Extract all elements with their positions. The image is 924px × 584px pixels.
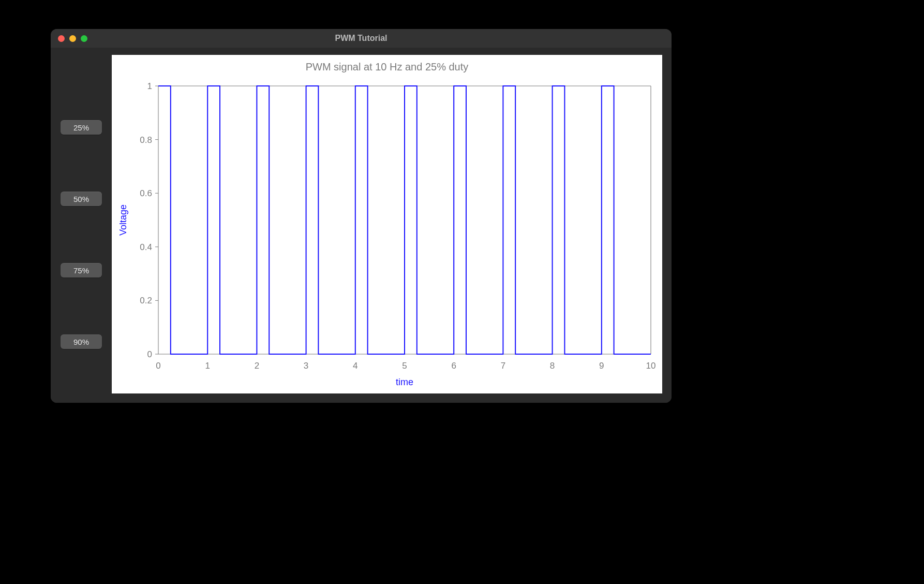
window-title: PWM Tutorial [51,34,672,43]
svg-text:Voltage: Voltage [118,205,128,236]
minimize-icon[interactable] [69,35,76,42]
svg-text:1: 1 [147,81,152,91]
duty-25-button[interactable]: 25% [61,120,102,135]
svg-text:10: 10 [646,361,656,371]
titlebar: PWM Tutorial [51,29,672,48]
zoom-icon[interactable] [81,35,87,42]
pwm-chart: PWM signal at 10 Hz and 25% duty01234567… [112,55,662,393]
svg-text:0: 0 [147,349,152,359]
svg-text:8: 8 [550,361,555,371]
svg-text:9: 9 [599,361,604,371]
svg-text:7: 7 [501,361,505,371]
svg-text:1: 1 [205,361,210,371]
svg-text:4: 4 [353,361,357,371]
svg-text:time: time [396,377,413,387]
plot-panel: PWM signal at 10 Hz and 25% duty01234567… [112,48,672,403]
sidebar: 25% 50% 75% 90% [51,48,112,403]
button-label: 75% [73,266,89,275]
window-controls [58,35,87,42]
window-body: 25% 50% 75% 90% PWM signal at 10 Hz and … [51,48,672,403]
svg-text:0.4: 0.4 [140,242,152,252]
button-label: 25% [73,123,89,132]
duty-75-button[interactable]: 75% [61,263,102,278]
svg-text:PWM signal at 10 Hz and 25% du: PWM signal at 10 Hz and 25% duty [306,61,469,72]
duty-50-button[interactable]: 50% [61,192,102,206]
app-window: PWM Tutorial 25% 50% 75% 90% PWM signal … [51,29,672,403]
plot-area: PWM signal at 10 Hz and 25% duty01234567… [112,55,662,393]
svg-text:2: 2 [255,361,259,371]
svg-text:0.6: 0.6 [140,188,152,198]
svg-text:3: 3 [304,361,308,371]
svg-text:5: 5 [402,361,407,371]
svg-text:0.2: 0.2 [140,296,152,305]
svg-text:0: 0 [156,361,160,371]
svg-text:0.8: 0.8 [140,135,152,145]
button-label: 50% [73,195,89,203]
close-icon[interactable] [58,35,65,42]
button-label: 90% [73,338,89,346]
duty-90-button[interactable]: 90% [61,334,102,349]
svg-text:6: 6 [451,361,456,371]
